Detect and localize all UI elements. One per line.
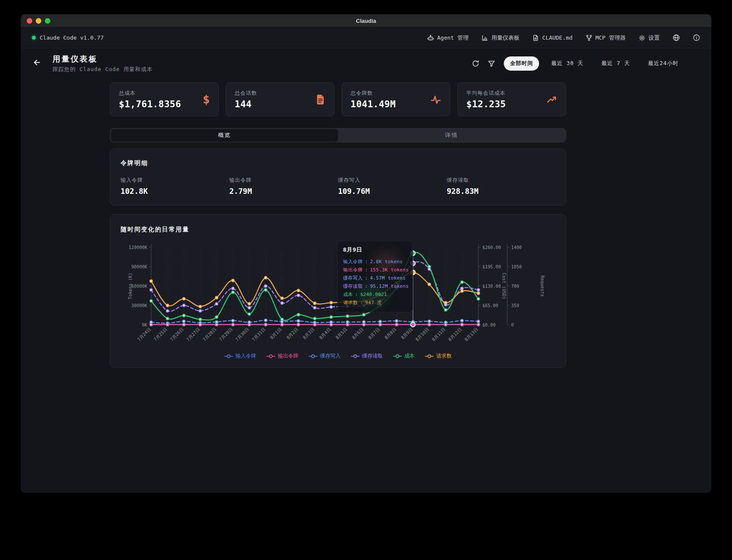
trending-up-icon bbox=[546, 95, 557, 104]
svg-text:120000K: 120000K bbox=[129, 245, 148, 250]
refresh-icon bbox=[472, 60, 479, 67]
filter-all-time[interactable]: 全部时间 bbox=[504, 56, 539, 71]
svg-text:8月6日: 8月6日 bbox=[351, 327, 365, 340]
refresh-button[interactable] bbox=[472, 60, 479, 67]
legend-item-cost[interactable]: 成本 bbox=[393, 352, 415, 360]
svg-text:7月25日: 7月25日 bbox=[152, 327, 168, 342]
svg-text:0K: 0K bbox=[142, 322, 148, 327]
token-label: 输出令牌 bbox=[230, 177, 338, 184]
filter-last-30-days[interactable]: 最近 30 天 bbox=[545, 56, 589, 71]
close-button[interactable] bbox=[27, 18, 32, 24]
globe-icon bbox=[673, 34, 680, 41]
nav-item-label: 用量仪表板 bbox=[491, 34, 519, 42]
legend-item-cache-write[interactable]: 缓存写入 bbox=[309, 352, 341, 360]
dollar-sign-icon: $ bbox=[203, 93, 210, 105]
time-filter-controls: 全部时间 最近 30 天 最近 7 天 最近24小时 bbox=[472, 56, 685, 71]
svg-text:8月7日: 8月7日 bbox=[367, 327, 381, 340]
zoom-button[interactable] bbox=[45, 18, 50, 24]
svg-text:7月29日: 7月29日 bbox=[218, 327, 233, 342]
token-breakdown-title: 令牌明细 bbox=[121, 159, 555, 167]
nav-item-mcp-manager[interactable]: MCP 管理器 bbox=[586, 34, 626, 42]
stat-value: $12.235 bbox=[466, 99, 506, 109]
back-button[interactable] bbox=[33, 58, 41, 68]
filter-button[interactable] bbox=[488, 60, 495, 67]
page-title-block: 用量仪表板 跟踪您的 Claude Code 用量和成本 bbox=[53, 54, 152, 73]
legend-item-cache-read[interactable]: 缓存读取 bbox=[351, 352, 383, 360]
token-col-output: 输出令牌 2.79M bbox=[230, 177, 338, 196]
nav-item-settings[interactable]: 设置 bbox=[639, 34, 660, 42]
tooltip-date: 8月9日 bbox=[343, 246, 407, 254]
svg-text:8月11日: 8月11日 bbox=[431, 327, 446, 342]
filter-last-24-hours[interactable]: 最近24小时 bbox=[642, 56, 685, 71]
svg-text:700: 700 bbox=[511, 283, 519, 289]
svg-text:$195.00: $195.00 bbox=[482, 264, 501, 269]
tooltip-row-cache-read: 缓存读取:95.12M tokens bbox=[343, 282, 407, 290]
svg-text:8月8日: 8月8日 bbox=[384, 327, 397, 340]
filter-last-7-days[interactable]: 最近 7 天 bbox=[596, 56, 636, 71]
window-title: Claudia bbox=[356, 18, 376, 24]
stat-value: $1,761.8356 bbox=[119, 99, 181, 109]
svg-text:7月31日: 7月31日 bbox=[251, 327, 266, 342]
stats-row: 总成本 $1,761.8356 $ 总会话数 144 总令牌数 1041.49M bbox=[110, 82, 566, 116]
app-status: Claude Code v1.0.77 bbox=[32, 34, 104, 41]
nav-menu: Agent 管理 用量仪表板 CLAUDE.md MCP 管理器 设置 bbox=[427, 34, 700, 42]
token-value: 109.76M bbox=[338, 187, 447, 196]
tab-details[interactable]: 详情 bbox=[338, 129, 565, 141]
token-label: 输入令牌 bbox=[121, 177, 230, 184]
stat-label: 总成本 bbox=[119, 90, 181, 97]
legend-marker-icon bbox=[267, 354, 275, 358]
nav-item-label: Agent 管理 bbox=[437, 34, 468, 42]
token-label: 缓存写入 bbox=[338, 177, 447, 184]
legend-item-output-tokens[interactable]: 输出令牌 bbox=[267, 352, 298, 360]
svg-text:Cost (USD): Cost (USD) bbox=[502, 273, 507, 299]
nav-item-agents[interactable]: Agent 管理 bbox=[427, 34, 468, 42]
svg-text:7月26日: 7月26日 bbox=[169, 327, 184, 342]
tooltip-row-input: 输入令牌:2.8K tokens bbox=[343, 258, 407, 266]
token-breakdown-panel: 令牌明细 输入令牌 102.8K 输出令牌 2.79M 缓存写入 109.76M… bbox=[110, 149, 566, 205]
svg-text:8月10日: 8月10日 bbox=[414, 327, 430, 342]
stat-value: 144 bbox=[235, 99, 257, 109]
svg-text:$260.00: $260.00 bbox=[482, 245, 501, 250]
svg-text:8月3日: 8月3日 bbox=[302, 327, 316, 340]
legend-label: 缓存写入 bbox=[320, 352, 341, 360]
svg-text:8月5日: 8月5日 bbox=[335, 327, 348, 340]
svg-text:350: 350 bbox=[511, 303, 519, 308]
bar-chart-icon bbox=[481, 34, 488, 41]
legend-marker-icon bbox=[224, 354, 233, 358]
minimize-button[interactable] bbox=[36, 18, 41, 24]
app-window: Claudia Claude Code v1.0.77 Agent 管理 用量仪… bbox=[21, 14, 711, 493]
stat-card-total-sessions: 总会话数 144 bbox=[226, 82, 335, 116]
legend-marker-icon bbox=[425, 354, 434, 358]
stat-label: 总令牌数 bbox=[350, 90, 396, 97]
highlight-point-output-tokens bbox=[411, 322, 415, 327]
file-text-icon bbox=[315, 94, 326, 105]
svg-text:7月24日: 7月24日 bbox=[136, 327, 152, 342]
svg-text:60000K: 60000K bbox=[131, 283, 148, 289]
legend-item-requests[interactable]: 请求数 bbox=[425, 352, 452, 360]
token-value: 2.79M bbox=[230, 187, 338, 196]
page-header: 用量仪表板 跟踪您的 Claude Code 用量和成本 全部时间 最近 30 … bbox=[21, 48, 711, 78]
legend-marker-icon bbox=[351, 354, 360, 358]
nav-item-usage-dashboard[interactable]: 用量仪表板 bbox=[481, 34, 519, 42]
legend-label: 输入令牌 bbox=[236, 352, 256, 360]
stat-card-total-cost: 总成本 $1,761.8356 $ bbox=[110, 82, 219, 116]
svg-text:$130.00: $130.00 bbox=[482, 283, 501, 289]
token-grid: 输入令牌 102.8K 输出令牌 2.79M 缓存写入 109.76M 缓存读取… bbox=[121, 177, 555, 196]
tab-overview[interactable]: 概览 bbox=[111, 129, 338, 141]
page-subtitle: 跟踪您的 Claude Code 用量和成本 bbox=[53, 66, 152, 73]
app-version-label: Claude Code v1.0.77 bbox=[40, 34, 104, 41]
legend-item-input-tokens[interactable]: 输入令牌 bbox=[224, 352, 256, 360]
legend-marker-icon bbox=[393, 354, 402, 358]
language-globe-button[interactable] bbox=[673, 34, 680, 41]
info-button[interactable] bbox=[693, 34, 700, 41]
tooltip-row-cost: 成本:$240.0021 bbox=[343, 290, 407, 299]
svg-text:90000K: 90000K bbox=[131, 264, 148, 269]
token-col-cache-write: 缓存写入 109.76M bbox=[338, 177, 447, 196]
nav-item-label: 设置 bbox=[648, 34, 660, 42]
stat-text: 总会话数 144 bbox=[235, 90, 257, 109]
nav-item-label: MCP 管理器 bbox=[596, 34, 626, 42]
nav-item-claude-md[interactable]: CLAUDE.md bbox=[532, 34, 572, 41]
chart-legend: 输入令牌输出令牌缓存写入缓存读取成本请求数 bbox=[110, 352, 566, 360]
svg-text:Tokens (K): Tokens (K) bbox=[127, 273, 133, 299]
svg-text:8月1日: 8月1日 bbox=[269, 327, 283, 340]
